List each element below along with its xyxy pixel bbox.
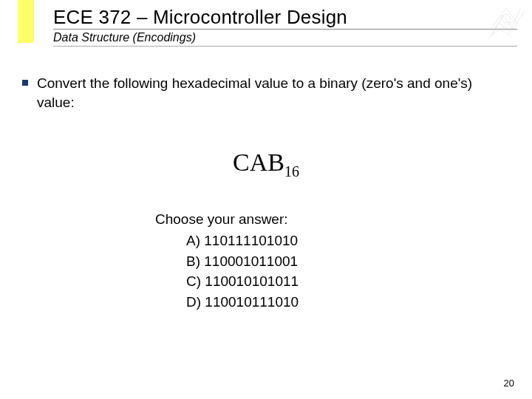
answer-prompt: Choose your answer: [155,211,510,228]
answer-option-a: A) 110111101010 [186,231,510,251]
slide-subtitle: Data Structure (Encodings) [53,31,517,44]
bullet-icon [22,80,28,86]
slide-header: ECE 372 – Microcontroller Design Data St… [53,6,517,47]
question-row: Convert the following hexadecimal value … [22,74,510,112]
answer-list: A) 110111101010 B) 110001011001 C) 11001… [186,231,510,312]
slide-number: 20 [504,378,514,389]
answer-block: Choose your answer: A) 110111101010 B) 1… [155,211,510,312]
hex-subscript: 16 [284,163,299,180]
accent-bar [18,0,34,43]
hex-main: CAB [233,149,284,176]
hex-value: CAB16 [22,149,510,180]
question-text: Convert the following hexadecimal value … [37,74,510,112]
slide-body: Convert the following hexadecimal value … [22,74,510,312]
answer-option-d: D) 110010111010 [186,292,510,313]
slide-title: ECE 372 – Microcontroller Design [53,6,517,29]
answer-option-c: C) 110010101011 [186,271,510,292]
answer-option-b: B) 110001011001 [186,251,510,272]
